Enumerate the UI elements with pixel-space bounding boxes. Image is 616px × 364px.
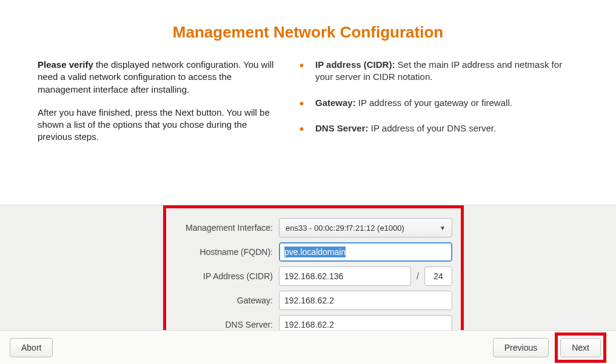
form-area: Management Interface: ens33 - 00:0c:29:f… — [0, 205, 616, 340]
gateway-input[interactable]: 192.168.62.2 — [279, 291, 452, 310]
gateway-label: Gateway: — [175, 296, 279, 305]
bullet-ip-strong: IP address (CIDR): — [315, 59, 395, 70]
after-paragraph: After you have finished, press the Next … — [38, 107, 280, 144]
mgmt-interface-label: Management Interface: — [175, 223, 279, 233]
mgmt-interface-value: ens33 - 00:0c:29:f7:21:12 (e1000) — [286, 223, 404, 233]
bullet-gateway: Gateway: IP address of your gateway or f… — [298, 97, 578, 109]
row-ip: IP Address (CIDR) 192.168.62.136 / 24 — [175, 266, 452, 286]
left-column: Please verify the displayed network conf… — [38, 59, 280, 154]
bullet-gateway-rest: IP address of your gateway or firewall. — [356, 98, 512, 108]
gateway-value: 192.168.62.2 — [284, 296, 334, 305]
bullet-dns-strong: DNS Server: — [315, 123, 369, 133]
ip-value: 192.168.62.136 — [284, 271, 343, 281]
dns-value: 192.168.62.2 — [284, 320, 334, 329]
mgmt-interface-dropdown[interactable]: ens33 - 00:0c:29:f7:21:12 (e1000) ▼ — [279, 218, 452, 237]
row-mgmt-interface: Management Interface: ens33 - 00:0c:29:f… — [175, 218, 452, 237]
ip-input[interactable]: 192.168.62.136 — [279, 266, 411, 286]
previous-button[interactable]: Previous — [493, 338, 549, 357]
bullet-gateway-strong: Gateway: — [315, 98, 356, 108]
button-bar: Abort Previous Next — [0, 330, 616, 364]
ip-label: IP Address (CIDR) — [175, 271, 279, 281]
description-area: Please verify the displayed network conf… — [0, 59, 616, 154]
cidr-value: 24 — [434, 271, 443, 281]
abort-button[interactable]: Abort — [10, 338, 53, 357]
verify-strong: Please verify — [38, 59, 93, 70]
bullet-ip: IP address (CIDR): Set the main IP addre… — [298, 59, 578, 84]
bullet-dns: DNS Server: IP address of your DNS serve… — [298, 122, 578, 134]
dns-label: DNS Server: — [175, 320, 279, 329]
row-gateway: Gateway: 192.168.62.2 — [175, 291, 452, 310]
row-hostname: Hostname (FQDN): pve.localdomain — [175, 242, 452, 262]
hostname-input[interactable]: pve.localdomain — [279, 242, 452, 262]
next-button[interactable]: Next — [560, 338, 601, 357]
chevron-down-icon: ▼ — [440, 225, 446, 231]
network-form-highlight: Management Interface: ens33 - 00:0c:29:f… — [163, 205, 464, 337]
bullet-dns-rest: IP address of your DNS server. — [369, 123, 497, 133]
hostname-value: pve.localdomain — [284, 247, 346, 257]
cidr-input[interactable]: 24 — [424, 266, 452, 286]
page-title: Management Network Configuration — [0, 0, 616, 59]
hostname-label: Hostname (FQDN): — [175, 247, 279, 257]
next-button-highlight: Next — [555, 333, 606, 363]
cidr-slash: / — [415, 271, 421, 281]
right-column: IP address (CIDR): Set the main IP addre… — [298, 59, 578, 154]
verify-paragraph: Please verify the displayed network conf… — [38, 59, 280, 96]
